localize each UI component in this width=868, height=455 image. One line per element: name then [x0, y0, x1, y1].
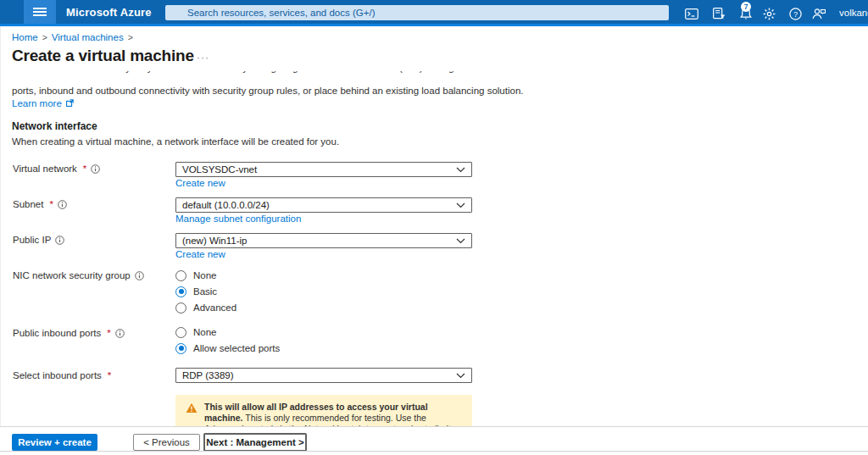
- info-icon[interactable]: [135, 271, 144, 280]
- previous-button[interactable]: < Previous: [133, 434, 200, 451]
- breadcrumb-virtual-machines-link[interactable]: Virtual machines: [52, 32, 124, 42]
- warning-icon: [186, 402, 198, 413]
- select-inbound-ports-label: Select inbound ports*: [13, 370, 111, 380]
- topbar-accent-strip: [0, 24, 868, 26]
- azure-portal-page: Microsoft Azure 7 ? volkand Home>Virt: [0, 0, 868, 455]
- cloud-shell-icon[interactable]: [684, 7, 699, 20]
- public-ip-value: (new) Win11-ip: [182, 236, 247, 246]
- nic-nsg-radio-basic[interactable]: Basic: [175, 286, 217, 297]
- required-marker: *: [107, 328, 110, 338]
- subnet-value: default (10.0.0.0/24): [182, 200, 270, 210]
- label-text: Select inbound ports: [13, 370, 102, 380]
- directory-filter-icon[interactable]: [711, 7, 726, 20]
- info-icon[interactable]: [91, 164, 100, 174]
- radio-icon: [175, 270, 186, 281]
- warning-text: This will allow all IP addresses to acce…: [204, 402, 464, 426]
- subnet-label: Subnet*: [13, 199, 67, 209]
- public-inbound-ports-radio-allow[interactable]: Allow selected ports: [175, 342, 280, 354]
- hamburger-menu-icon[interactable]: [24, 0, 56, 24]
- chevron-down-icon: [456, 203, 465, 208]
- radio-selected-icon: [175, 286, 186, 297]
- intro-text-block: Define network connectivity for your vir…: [12, 71, 644, 112]
- nic-nsg-label: NIC network security group: [13, 270, 144, 280]
- public-inbound-ports-radio-none[interactable]: None: [175, 326, 217, 338]
- svg-text:?: ?: [793, 9, 798, 18]
- search-input[interactable]: [165, 5, 669, 20]
- nic-nsg-radio-none[interactable]: None: [175, 269, 217, 281]
- azure-logo[interactable]: Microsoft Azure: [66, 6, 152, 19]
- label-text: Virtual network: [13, 164, 77, 174]
- intro-line: ports, inbound and outbound connectivity…: [12, 86, 524, 96]
- radio-label: None: [193, 270, 217, 280]
- review-create-button[interactable]: Review + create: [12, 434, 97, 451]
- chevron-down-icon: [456, 167, 465, 173]
- footer-hairline: [0, 451, 868, 452]
- help-icon[interactable]: ?: [787, 7, 803, 20]
- virtual-network-select[interactable]: VOLSYSDC-vnet: [175, 162, 472, 177]
- account-menu[interactable]: volkand: [839, 8, 868, 19]
- footer-bar: Review + create < Previous Next : Manage…: [0, 426, 868, 455]
- radio-icon: [175, 302, 186, 314]
- top-bar: Microsoft Azure 7 ? volkand: [0, 0, 868, 26]
- label-text: Public IP: [13, 235, 51, 245]
- info-icon[interactable]: [58, 200, 67, 209]
- subnet-select[interactable]: default (10.0.0.0/24): [175, 197, 472, 213]
- label-text: Public inbound ports: [13, 328, 101, 338]
- label-text: Subnet: [13, 199, 43, 209]
- public-ip-create-new-link[interactable]: Create new: [175, 249, 225, 259]
- breadcrumb-separator: >: [42, 32, 47, 42]
- content-left-edge: [0, 26, 1, 426]
- chevron-down-icon: [456, 238, 465, 244]
- external-link-icon: [66, 99, 74, 107]
- learn-more-link[interactable]: Learn more: [12, 98, 74, 108]
- info-icon[interactable]: [55, 236, 64, 245]
- virtual-network-label: Virtual network*: [13, 164, 100, 174]
- public-ip-select[interactable]: (new) Win11-ip: [175, 233, 472, 248]
- radio-selected-icon: [175, 343, 186, 354]
- section-heading: Network interface: [12, 120, 97, 132]
- learn-more-label: Learn more: [12, 98, 62, 108]
- public-ip-label: Public IP: [13, 235, 64, 245]
- radio-label: None: [193, 327, 217, 337]
- manage-subnet-configuration-link[interactable]: Manage subnet configuration: [175, 214, 301, 224]
- info-icon[interactable]: [115, 329, 125, 338]
- public-inbound-ports-label: Public inbound ports*: [13, 328, 125, 338]
- settings-gear-icon[interactable]: [761, 7, 776, 20]
- section-description: When creating a virtual machine, a netwo…: [12, 136, 339, 147]
- warning-banner: This will allow all IP addresses to acce…: [175, 395, 472, 426]
- radio-label: Basic: [193, 286, 217, 297]
- select-inbound-ports-select[interactable]: RDP (3389): [175, 368, 472, 383]
- radio-label: Advanced: [193, 302, 236, 313]
- label-text: NIC network security group: [13, 270, 131, 280]
- select-inbound-ports-value: RDP (3389): [182, 370, 234, 380]
- title-more-icon[interactable]: ···: [197, 52, 209, 64]
- feedback-icon[interactable]: [811, 7, 826, 20]
- radio-label: Allow selected ports: [193, 343, 280, 353]
- required-marker: *: [83, 164, 86, 174]
- chevron-down-icon: [456, 373, 465, 379]
- required-marker: *: [108, 370, 111, 380]
- virtual-network-create-new-link[interactable]: Create new: [175, 178, 225, 188]
- next-management-button[interactable]: Next : Management >: [203, 433, 307, 452]
- required-marker: *: [49, 199, 53, 209]
- notification-badge: 7: [741, 2, 751, 12]
- intro-clipped-line: Define network connectivity for your vir…: [12, 71, 644, 73]
- breadcrumb: Home>Virtual machines>: [12, 32, 137, 42]
- breadcrumb-home-link[interactable]: Home: [12, 32, 38, 42]
- page-title: Create a virtual machine: [12, 47, 194, 65]
- breadcrumb-separator: >: [128, 32, 133, 42]
- nic-nsg-radio-advanced[interactable]: Advanced: [175, 302, 236, 314]
- radio-icon: [175, 327, 186, 338]
- virtual-network-value: VOLSYSDC-vnet: [182, 164, 257, 175]
